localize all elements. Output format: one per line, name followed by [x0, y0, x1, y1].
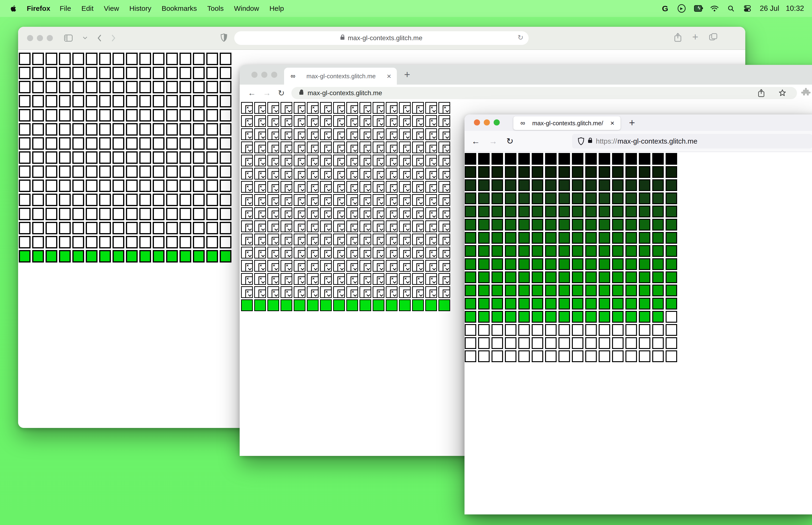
webgl-canvas-cell: × — [359, 221, 371, 232]
chrome-toolbar: ← → ↻ max-gl-contexts.glitch.me — [240, 85, 812, 102]
webgl-canvas-cell: × — [294, 155, 305, 166]
zoom-window-button[interactable] — [271, 72, 277, 78]
menu-help[interactable]: Help — [270, 4, 284, 13]
menu-tools[interactable]: Tools — [207, 4, 224, 13]
active-app-name[interactable]: Firefox — [27, 4, 50, 13]
webgl-canvas-cell: × — [307, 260, 319, 272]
back-button[interactable]: ← — [472, 136, 480, 146]
menubar-clock[interactable]: 10:32 — [786, 4, 804, 13]
close-window-button[interactable] — [474, 119, 480, 125]
chevron-down-icon[interactable] — [83, 37, 87, 40]
webgl-canvas-cell — [72, 194, 84, 206]
chrome-url-field[interactable]: max-gl-contexts.glitch.me — [291, 87, 797, 99]
broken-image-icon: × — [285, 263, 292, 272]
webgl-canvas-cell: × — [373, 207, 384, 219]
menu-file[interactable]: File — [60, 4, 71, 13]
webgl-canvas-cell — [599, 206, 610, 217]
share-icon[interactable] — [758, 89, 765, 97]
menu-bookmarks[interactable]: Bookmarks — [162, 4, 197, 13]
close-window-button[interactable] — [27, 35, 33, 41]
menu-edit[interactable]: Edit — [81, 4, 93, 13]
bookmark-star-icon[interactable] — [779, 89, 786, 97]
share-icon[interactable] — [674, 33, 681, 42]
menubar-date[interactable]: 26 Jul — [760, 4, 779, 13]
forward-button[interactable]: → — [489, 136, 497, 146]
new-tab-button[interactable]: + — [404, 69, 410, 80]
webgl-canvas-cell — [153, 222, 165, 234]
extensions-puzzle-icon[interactable] — [801, 88, 811, 97]
wifi-icon[interactable] — [710, 4, 719, 13]
webgl-canvas-cell: × — [307, 221, 319, 232]
broken-image-icon: × — [258, 250, 266, 258]
zoom-window-button[interactable] — [47, 35, 53, 41]
reload-button[interactable]: ↻ — [278, 88, 285, 98]
broken-image-icon: × — [245, 197, 253, 206]
broken-image-icon: × — [245, 132, 253, 140]
forward-button[interactable]: → — [263, 88, 271, 98]
tracking-shield-icon[interactable] — [578, 137, 584, 145]
tab-overview-icon[interactable] — [709, 33, 718, 42]
close-window-button[interactable] — [251, 72, 258, 78]
webgl-canvas-cell — [599, 311, 610, 322]
apple-icon[interactable] — [10, 4, 17, 13]
sidebar-icon[interactable] — [64, 34, 73, 42]
webgl-canvas-cell — [612, 153, 624, 165]
control-center-icon[interactable] — [744, 4, 751, 13]
webgl-canvas-cell: × — [439, 102, 450, 114]
webgl-canvas-cell — [532, 206, 543, 217]
broken-image-icon: × — [272, 105, 279, 114]
broken-image-icon: × — [272, 184, 279, 193]
webgl-canvas-cell — [572, 311, 583, 322]
safari-url-field[interactable]: max-gl-contexts.glitch.me ↻ — [234, 31, 528, 45]
webgl-canvas-cell: × — [425, 286, 437, 298]
minimize-window-button[interactable] — [261, 72, 267, 78]
webgl-canvas-cell: × — [241, 155, 253, 166]
broken-image-icon: × — [351, 132, 358, 140]
firefox-url-field[interactable]: https:// max-gl-contexts.glitch.me — [572, 134, 812, 149]
webgl-canvas-cell — [139, 81, 151, 93]
broken-image-icon: × — [377, 171, 384, 180]
webgl-canvas-cell — [139, 165, 151, 178]
close-tab-icon[interactable]: × — [387, 72, 391, 80]
new-tab-button[interactable]: + — [629, 117, 635, 129]
broken-image-icon: × — [258, 158, 266, 166]
spotlight-search-icon[interactable] — [727, 4, 735, 13]
webgl-canvas-cell — [46, 151, 57, 164]
webgl-canvas-cell — [478, 324, 490, 336]
menu-view[interactable]: View — [104, 4, 119, 13]
webgl-canvas-cell — [86, 250, 97, 262]
webgl-canvas-cell — [612, 324, 624, 336]
broken-image-icon: × — [351, 184, 358, 193]
reload-button[interactable]: ↻ — [506, 136, 514, 146]
webgl-canvas-cell: × — [333, 221, 345, 232]
close-tab-icon[interactable]: × — [610, 119, 614, 127]
zoom-window-button[interactable] — [494, 119, 500, 125]
back-button[interactable] — [97, 35, 101, 41]
firefox-active-tab[interactable]: ∞ max-gl-contexts.glitch.me/ × — [514, 116, 621, 130]
forward-button[interactable] — [112, 35, 116, 41]
webgl-canvas-cell — [478, 153, 490, 165]
google-menu-icon[interactable]: G — [661, 4, 669, 13]
webgl-canvas-cell — [585, 166, 597, 178]
webgl-canvas-cell — [59, 109, 71, 121]
webgl-canvas-cell: × — [386, 234, 398, 245]
webgl-canvas-cell — [86, 67, 97, 79]
tab-title: max-gl-contexts.glitch.me — [306, 73, 376, 80]
chrome-active-tab[interactable]: ∞ max-gl-contexts.glitch.me × — [284, 68, 397, 85]
webgl-canvas-cell: × — [412, 286, 424, 298]
webgl-canvas-cell — [32, 250, 44, 262]
webgl-canvas-cell: × — [333, 286, 345, 298]
menu-history[interactable]: History — [129, 4, 151, 13]
reload-icon[interactable]: ↻ — [518, 33, 523, 42]
back-button[interactable]: ← — [248, 88, 256, 98]
play-circle-icon[interactable]: ▶ — [678, 4, 686, 13]
webgl-canvas-cell: × — [412, 221, 424, 232]
menu-window[interactable]: Window — [234, 4, 259, 13]
minimize-window-button[interactable] — [37, 35, 43, 41]
webgl-canvas-cell: × — [280, 286, 292, 298]
new-tab-plus-icon[interactable]: + — [692, 33, 698, 42]
privacy-shield-icon[interactable] — [220, 33, 227, 42]
battery-charging-icon[interactable]: ϟ — [694, 4, 702, 13]
webgl-canvas-cell — [166, 95, 178, 107]
minimize-window-button[interactable] — [484, 119, 490, 125]
